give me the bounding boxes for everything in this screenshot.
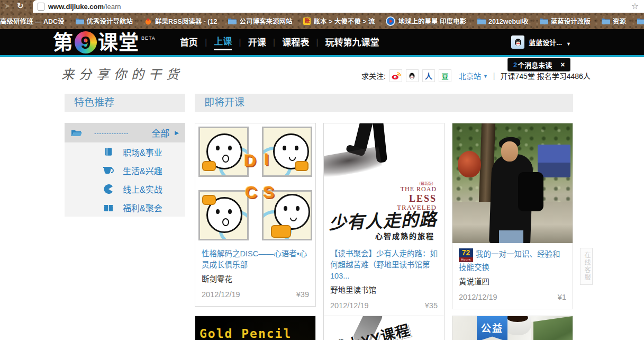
dashes: -------------- <box>94 130 148 136</box>
category-label: 福利&聚会 <box>123 201 162 214</box>
nav-item-howto[interactable]: 玩转第九课堂 <box>325 35 379 50</box>
category-list: -------------- 全部 ▶ 职场&事业 生活&兴趣 线上&实战 福利… <box>65 123 185 217</box>
nav-separator: | <box>239 37 241 48</box>
course-card: 公益 <box>452 316 573 340</box>
tagline: 来分享你的干货 <box>61 64 184 83</box>
gold-pencil-text: Gold Pencil <box>199 327 292 340</box>
course-author[interactable]: 黄说道四 <box>459 275 566 287</box>
renren-icon[interactable]: 人 <box>422 69 435 82</box>
disc-letter-i: I <box>264 151 269 168</box>
bookmark-item[interactable]: 2012webui收 <box>477 16 529 26</box>
course-card: Gold Pencil <box>195 316 316 340</box>
bookmark-label: 高级研修班 — ADC设 <box>0 16 65 26</box>
disc-letter-d: D <box>244 152 256 169</box>
url-bar[interactable]: www.dijiuke.com /learn ☆ <box>33 0 644 13</box>
bookmark-label: 资源 <box>613 16 626 26</box>
folder-icon <box>540 17 548 24</box>
category-label: 职场&事业 <box>123 146 162 158</box>
course-card: 线上YY课程 <box>323 316 445 340</box>
bookmark-label: 蓝蓝设计改版 <box>551 16 591 26</box>
course-image-photo[interactable] <box>452 123 573 243</box>
folder-icon <box>637 17 644 24</box>
course-image-disc[interactable]: D I C S <box>195 123 315 243</box>
nav-item-home[interactable]: 首页 <box>180 35 198 50</box>
qq-icon[interactable] <box>406 69 419 82</box>
course-price: ¥39 <box>296 290 309 299</box>
user-name: 蓝蓝设计... <box>529 37 562 47</box>
nav-item-teach[interactable]: 开课 <box>248 35 266 50</box>
logo-nine-icon: 9 <box>75 31 97 53</box>
bookmark-item[interactable]: 账账本 > 大傻不傻 > 流 <box>303 16 375 26</box>
course-author[interactable]: 断剑零花 <box>202 273 309 284</box>
site-logo[interactable]: 第 9 课堂 BETA <box>53 31 156 53</box>
ledger-icon: 账 <box>303 17 311 25</box>
pacman-icon <box>103 184 114 194</box>
page: ➤ ↻ www.dijiuke.com /learn ☆ 高级研修班 — ADC… <box>0 0 644 340</box>
site-navbar: 第 9 课堂 BETA 首页 | 上课 | 开课 | 课程表 | 玩转第九课堂 … <box>0 29 644 57</box>
bookmark-item[interactable]: 资源 <box>602 16 626 26</box>
bookmark-label: 优秀设计导航站 <box>87 16 133 26</box>
category-item-welfare[interactable]: 福利&聚会 <box>65 198 185 217</box>
course-image-gold-pencil[interactable]: Gold Pencil <box>195 316 315 340</box>
course-title-link[interactable]: 72Hours我的一对一知识、经验和技能交换 <box>459 248 566 273</box>
course-date: 2012/12/19 <box>459 293 497 301</box>
folder-icon <box>228 17 237 24</box>
category-item-online[interactable]: 线上&实战 <box>65 180 185 198</box>
reload-icon[interactable]: ↻ <box>17 1 24 11</box>
user-menu[interactable]: 蓝蓝设计... ▼ <box>511 29 571 55</box>
nav-item-learn[interactable]: 上课 <box>214 34 232 50</box>
course-author[interactable]: 野地里读书馆 <box>330 284 438 295</box>
course-title-link[interactable]: 【读书聚会】少有人走的路：如何超越苦难（野地里读书馆第103... <box>330 248 438 282</box>
72hours-badge-icon: 72Hours <box>459 248 473 262</box>
beta-badge: BETA <box>141 35 156 41</box>
bookmark-item[interactable]: 优秀设计导航站 <box>76 16 133 26</box>
url-path: /learn <box>104 3 121 11</box>
cup-icon <box>103 166 114 175</box>
divider: | <box>493 71 495 80</box>
nav-separator: | <box>205 37 207 48</box>
weibo-icon[interactable] <box>389 69 402 82</box>
browser-chrome: ➤ ↻ www.dijiuke.com /learn ☆ 高级研修班 — ADC… <box>0 0 644 29</box>
notification-toast[interactable]: 2 个消息未读 × <box>507 58 570 71</box>
bookmark-label: 2012webui收 <box>488 16 529 26</box>
category-item-life[interactable]: 生活&兴趣 <box>65 161 185 180</box>
category-item-career[interactable]: 职场&事业 <box>65 142 185 161</box>
course-price: ¥35 <box>425 301 438 310</box>
chevron-right-icon: ▶ <box>175 130 179 136</box>
course-image-yy-course[interactable]: 线上YY课程 <box>324 316 444 340</box>
course-card: （最新版） THE ROAD LESS TRAVELED 少有人走的路 心智成熟… <box>323 123 445 318</box>
sidebar-title: 特色推荐 <box>65 94 185 112</box>
online-service-tab[interactable]: 在线客服 <box>580 248 593 285</box>
douban-icon[interactable]: 豆 <box>439 69 451 82</box>
disc-letter-c: C <box>245 184 257 201</box>
bookmark-item[interactable]: 鲜果RSS阅读器 - (12 <box>144 16 217 26</box>
bookmark-item[interactable]: 地球上的星星 印度电影 <box>386 16 466 26</box>
forward-icon[interactable]: ➤ <box>4 2 11 10</box>
chevron-down-icon[interactable]: ▼ <box>483 74 488 79</box>
city-selector[interactable]: 北京站 <box>459 70 481 81</box>
category-label: 线上&实战 <box>123 183 162 195</box>
nav-item-schedule[interactable]: 课程表 <box>282 35 309 50</box>
folder-icon <box>602 17 610 24</box>
close-icon[interactable]: × <box>560 60 565 69</box>
fruit-icon <box>144 17 152 24</box>
bookmark-label: 鲜果RSS阅读器 - (12 <box>155 16 217 26</box>
course-image-book-cover[interactable]: （最新版） THE ROAD LESS TRAVELED 少有人走的路 心智成熟… <box>324 123 444 243</box>
logo-suffix: 课堂 <box>98 32 139 52</box>
bookmark-label: 地球上的星星 印度电影 <box>398 16 466 26</box>
bookmark-item[interactable]: 高级研修班 — ADC设 <box>0 16 65 26</box>
course-date: 2012/12/19 <box>202 290 240 299</box>
course-title-link[interactable]: 性格解码之DISC——心语者•心灵成长俱乐部 <box>202 248 309 271</box>
unread-count: 2 <box>513 61 517 69</box>
course-price: ¥1 <box>558 293 566 301</box>
notification-text: 个消息未读 <box>518 60 552 70</box>
qq-avatar <box>511 35 524 49</box>
category-item-all[interactable]: -------------- 全部 ▶ <box>65 123 185 142</box>
bookmark-star-icon[interactable]: ☆ <box>631 1 639 11</box>
bookmark-item[interactable]: 公司博客来源网站 <box>228 16 292 26</box>
nav-separator: | <box>316 37 318 48</box>
bookmark-item[interactable]: 蓝蓝设计改版 <box>540 16 591 26</box>
url-host: www.dijiuke.com <box>48 3 104 11</box>
course-image-charity[interactable]: 公益 <box>452 316 573 340</box>
bookmark-item[interactable]: 外包 <box>637 16 644 26</box>
